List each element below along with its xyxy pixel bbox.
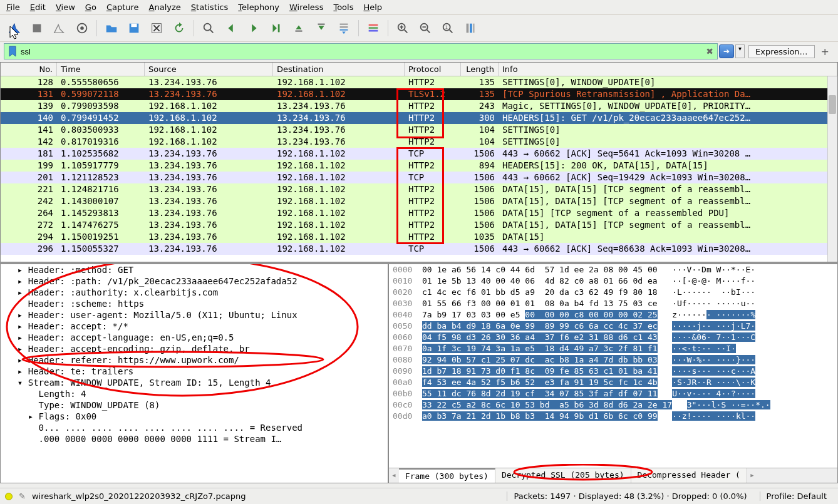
menu-telephony[interactable]: Telephony: [238, 3, 279, 12]
bookmark-icon[interactable]: [8, 46, 17, 57]
packet-row[interactable]: 1410.803500933192.168.1.10213.234.193.76…: [1, 124, 837, 136]
shark-fin-icon[interactable]: [5, 19, 24, 38]
filter-history-dropdown[interactable]: ▾: [735, 44, 745, 58]
detail-line[interactable]: 0... .... .... .... .... .... .... .... …: [1, 422, 388, 433]
menu-go[interactable]: Go: [85, 3, 96, 12]
packet-row[interactable]: 1420.817019316192.168.1.10213.234.193.76…: [1, 136, 837, 148]
save-icon[interactable]: [125, 19, 143, 38]
tab-decompressed-header[interactable]: Decompressed Header (: [631, 468, 747, 483]
column-header[interactable]: Time: [57, 63, 145, 76]
menu-wireless[interactable]: Wireless: [289, 3, 323, 12]
hex-line[interactable]: 00c0 33 22 c5 a2 8c 6c 10 53 bd a5 b6 3d…: [389, 399, 837, 411]
packet-row[interactable]: 1991.10591777913.234.193.76192.168.1.102…: [1, 160, 837, 172]
detail-line[interactable]: ▸ Header: :method: GET: [1, 264, 388, 275]
next-icon[interactable]: [244, 19, 263, 38]
tab-scroll-left-icon[interactable]: ◂: [389, 468, 399, 483]
detail-line[interactable]: .000 0000 0000 0000 0000 0000 1111 = Str…: [1, 433, 388, 445]
packet-row[interactable]: 1811.10253568213.234.193.76192.168.1.102…: [1, 148, 837, 160]
hex-line[interactable]: 0070 0a 1f 3c 19 74 3a 1a e5 18 d4 49 a7…: [389, 343, 837, 354]
detail-line[interactable]: ▸ Header: accept-encoding: gzip, deflate…: [1, 343, 388, 354]
display-filter-input[interactable]: ✖: [4, 43, 718, 59]
zoom-out-icon[interactable]: [416, 19, 435, 38]
find-icon[interactable]: [199, 19, 218, 38]
packet-row[interactable]: 1400.799491452192.168.1.10213.234.193.76…: [1, 112, 837, 124]
hex-line[interactable]: 00d0 a0 b3 7a 21 2d 1b b8 b3 14 94 9b d1…: [389, 411, 837, 422]
menu-view[interactable]: View: [56, 3, 75, 12]
detail-line[interactable]: ▾ Stream: WINDOW_UPDATE, Stream ID: 15, …: [1, 377, 388, 388]
expression-button[interactable]: Expression…: [748, 45, 815, 58]
hex-line[interactable]: 0090 1d b7 18 91 73 d0 f1 8c 09 fe 85 63…: [389, 366, 837, 377]
packet-row[interactable]: 1390.799093598192.168.1.10213.234.193.76…: [1, 100, 837, 112]
column-header[interactable]: Destination: [273, 63, 405, 76]
zoom-reset-icon[interactable]: 1: [438, 19, 457, 38]
apply-filter-button[interactable]: ➔: [719, 44, 734, 58]
packet-list-header[interactable]: No.TimeSourceDestinationProtocolLengthIn…: [1, 63, 837, 76]
reload-icon[interactable]: [170, 19, 189, 38]
menu-tools[interactable]: Tools: [333, 3, 353, 12]
detail-line[interactable]: Length: 4: [1, 388, 388, 399]
clear-filter-icon[interactable]: ✖: [706, 46, 713, 56]
column-header[interactable]: Protocol: [405, 63, 461, 76]
packet-row[interactable]: 2641.14529381313.234.193.76192.168.1.102…: [1, 207, 837, 219]
jump-first-icon[interactable]: [289, 19, 308, 38]
detail-line[interactable]: Type: WINDOW_UPDATE (8): [1, 399, 388, 411]
hex-line[interactable]: 0080 92 94 0b 57 c1 25 07 dc ac b8 1a a4…: [389, 354, 837, 366]
packet-row[interactable]: 2941.15001925113.234.193.76192.168.1.102…: [1, 231, 837, 243]
column-header[interactable]: Info: [499, 63, 837, 76]
column-header[interactable]: Source: [145, 63, 273, 76]
prev-icon[interactable]: [222, 19, 241, 38]
hex-line[interactable]: 0000 00 1e a6 56 14 c0 44 6d 57 1d ee 2a…: [389, 264, 837, 275]
options-icon[interactable]: [73, 19, 91, 38]
packet-row[interactable]: 1280.55558065613.234.193.76192.168.1.102…: [1, 76, 837, 88]
stop-icon[interactable]: [28, 19, 46, 38]
column-header[interactable]: Length: [461, 63, 499, 76]
close-icon[interactable]: [147, 19, 166, 38]
detail-line[interactable]: ▸ Header: te: trailers: [1, 366, 388, 377]
restart-icon[interactable]: [50, 19, 69, 38]
hex-line[interactable]: 0060 04 f5 98 d3 26 30 36 a4 37 f6 e2 31…: [389, 332, 837, 343]
packet-list-body[interactable]: 1280.55558065613.234.193.76192.168.1.102…: [1, 76, 837, 255]
open-icon[interactable]: [102, 19, 121, 38]
packet-row[interactable]: 2721.14747627513.234.193.76192.168.1.102…: [1, 219, 837, 231]
detail-line[interactable]: Header: :scheme: https: [1, 298, 388, 309]
hex-line[interactable]: 0010 01 1e 5b 13 40 00 40 06 4d 82 c0 a8…: [389, 275, 837, 287]
packet-row[interactable]: 2211.12482171613.234.193.76192.168.1.102…: [1, 183, 837, 195]
hex-line[interactable]: 00a0 f4 53 ee 4a 52 f5 b6 52 e3 fa 91 19…: [389, 377, 837, 388]
zoom-in-icon[interactable]: [393, 19, 412, 38]
detail-line[interactable]: ▸ Header: accept-language: en-US,en;q=0.…: [1, 332, 388, 343]
hex-line[interactable]: 0030 01 55 66 f3 00 00 01 01 08 0a b4 fd…: [389, 298, 837, 309]
packet-row[interactable]: 2011.12112852313.234.193.76192.168.1.102…: [1, 172, 837, 183]
menu-analyze[interactable]: Analyze: [149, 3, 181, 12]
packet-row[interactable]: 2961.15005532713.234.193.76192.168.1.102…: [1, 243, 837, 255]
jump-next-icon[interactable]: [267, 19, 286, 38]
detail-line[interactable]: ▸ Header: :authority: x.clearbitjs.com: [1, 287, 388, 298]
tab-decrypted-ssl[interactable]: Decrypted SSL (205 bytes): [495, 468, 631, 483]
hex-line[interactable]: 0020 c1 4c ec f6 01 bb d5 a9 20 da c3 62…: [389, 287, 837, 298]
menu-statistics[interactable]: Statistics: [191, 3, 228, 12]
packet-details-pane[interactable]: ▸ Header: :method: GET ▸ Header: :path: …: [0, 264, 388, 483]
tab-frame[interactable]: Frame (300 bytes): [399, 468, 495, 483]
menu-help[interactable]: Help: [363, 3, 382, 12]
menu-edit[interactable]: Edit: [30, 3, 46, 12]
detail-line[interactable]: ▸ Flags: 0x00: [1, 411, 388, 422]
menu-file[interactable]: File: [6, 3, 20, 12]
detail-line[interactable]: ▸ Header: user-agent: Mozilla/5.0 (X11; …: [1, 309, 388, 321]
packet-row[interactable]: 1310.59907211813.234.193.76192.168.1.102…: [1, 88, 837, 100]
expert-info-icon[interactable]: [5, 493, 13, 500]
resize-columns-icon[interactable]: [461, 19, 480, 38]
status-profile[interactable]: Profile: Default: [760, 491, 833, 501]
hex-line[interactable]: 00b0 55 11 dc 76 8d 2d 19 cf 34 07 85 3f…: [389, 388, 837, 399]
colorize-icon[interactable]: [364, 19, 383, 38]
detail-line[interactable]: ▸ Header: accept: */*: [1, 321, 388, 332]
add-filter-button[interactable]: +: [816, 46, 834, 58]
menu-capture[interactable]: Capture: [106, 3, 139, 12]
scrollbar[interactable]: [827, 76, 837, 262]
column-header[interactable]: No.: [1, 63, 57, 76]
hex-line[interactable]: 0050 dd ba b4 d9 18 6a 0e 99 89 99 c6 6a…: [389, 321, 837, 332]
tab-scroll-right-icon[interactable]: ▸: [747, 468, 757, 483]
detail-line[interactable]: ▸ Header: :path: /v1/pk_20ecac233aaaee64…: [1, 275, 388, 287]
hex-line[interactable]: 0040 7a b9 17 03 03 00 e5 00 00 00 c8 00…: [389, 309, 837, 321]
autoscroll-icon[interactable]: [334, 19, 353, 38]
packet-bytes-pane[interactable]: 0000 00 1e a6 56 14 c0 44 6d 57 1d ee 2a…: [388, 264, 838, 483]
packet-row[interactable]: 2421.14300010713.234.193.76192.168.1.102…: [1, 195, 837, 207]
